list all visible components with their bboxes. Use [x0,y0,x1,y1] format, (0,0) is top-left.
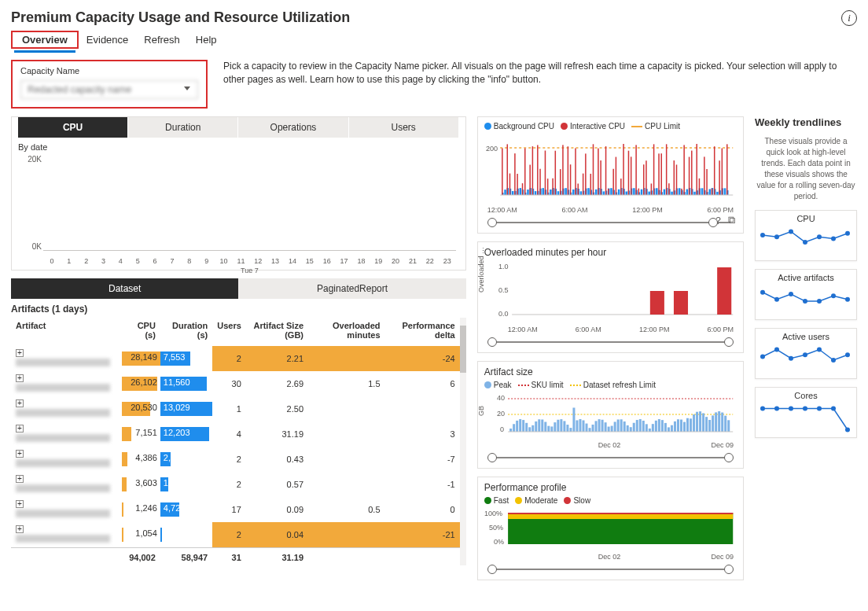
svg-rect-93 [638,189,639,195]
expand-icon[interactable] [16,425,24,432]
svg-rect-138 [706,169,708,195]
svg-rect-151 [726,144,728,195]
table-row[interactable]: 20,53013,02912.50 [11,396,460,421]
svg-rect-128 [691,151,693,195]
svg-rect-83 [623,144,624,195]
table-row[interactable]: 7,15112,203431.193 [11,421,460,447]
table-row[interactable]: 3,6031,93420.57-1 [11,472,460,497]
expand-icon[interactable] [16,450,24,458]
svg-rect-46 [567,146,568,195]
spark-card[interactable]: CPU [755,210,857,261]
overload-range-slider[interactable] [484,337,737,348]
table-row[interactable]: 28,1497,55322.21-24 [11,346,460,371]
svg-rect-204 [632,423,634,432]
expand-icon[interactable] [16,475,24,483]
svg-rect-104 [656,188,658,195]
svg-rect-101 [650,183,652,195]
col-cpu[interactable]: CPU (s) [122,318,160,346]
help-icon[interactable]: ？ [713,214,723,228]
table-scrollbar[interactable] [460,318,466,565]
perf-range-slider[interactable] [484,564,737,575]
cpu-timeline-chart[interactable]: 200 [484,134,737,204]
metric-tab-cpu[interactable]: CPU [18,117,128,138]
svg-point-256 [760,355,765,359]
expand-icon[interactable] [16,500,24,508]
expand-icon[interactable] [16,374,24,382]
spark-card[interactable]: Active users [755,328,857,379]
svg-rect-189 [585,424,587,432]
artifact-tab-dataset[interactable]: Dataset [11,278,238,299]
metric-tab-duration[interactable]: Duration [128,117,238,138]
tab-help[interactable]: Help [188,29,225,50]
size-range-slider[interactable] [484,452,737,463]
svg-rect-74 [610,188,612,195]
svg-point-260 [817,348,822,352]
svg-rect-166 [513,424,515,432]
svg-rect-179 [554,422,556,432]
spark-card[interactable]: Cores [755,387,857,438]
tab-refresh[interactable]: Refresh [136,29,188,50]
copy-icon[interactable]: ⧉ [728,214,735,228]
metric-tabs: CPU Duration Operations Users [18,117,459,138]
table-row[interactable]: 1,2464,728170.090.50 [11,497,460,522]
table-row[interactable]: 4,3862,50720.43-7 [11,447,460,472]
performance-title: Performance profile [484,482,737,493]
svg-rect-231 [718,411,720,432]
col-artifact[interactable]: Artifact [11,318,122,346]
expand-icon[interactable] [16,399,24,407]
table-row[interactable]: 1,05448020.04-21 [11,522,460,548]
overload-chart[interactable]: Overloaded … 1.0 0.5 0.0 [484,261,737,324]
svg-rect-168 [519,419,521,432]
col-perf[interactable]: Performance delta [385,318,460,346]
svg-rect-78 [615,157,616,195]
tab-highlight: Overview [11,31,79,49]
performance-card: Performance profile Fast Moderate Slow 1… [477,477,744,580]
svg-rect-14 [519,188,521,195]
svg-rect-88 [631,156,632,195]
chevron-down-icon [184,86,190,90]
table-row[interactable]: 26,10211,560302.691.56 [11,371,460,396]
svg-rect-136 [704,156,705,195]
svg-point-258 [789,356,793,361]
svg-rect-123 [683,145,685,195]
metric-tab-operations[interactable]: Operations [238,117,348,138]
svg-rect-217 [674,421,676,432]
svg-rect-68 [600,160,601,195]
tab-overview[interactable]: Overview [14,29,75,53]
tab-evidence[interactable]: Evidence [79,29,136,50]
svg-point-257 [774,348,779,352]
svg-point-261 [831,358,836,363]
col-users[interactable]: Users [212,318,246,346]
col-overloaded[interactable]: Overloaded minutes [308,318,385,346]
metric-tab-users[interactable]: Users [349,117,459,138]
expand-icon[interactable] [16,349,24,357]
by-date-chart[interactable]: 20K0K Tue 701234567891011121314151617181… [18,155,459,265]
capacity-select[interactable]: Redacted capacity name [20,80,198,99]
svg-point-266 [803,407,807,411]
spark-card[interactable]: Active artifacts [755,269,857,320]
svg-rect-84 [625,191,627,195]
info-icon[interactable]: i [841,10,857,26]
svg-point-248 [845,231,850,236]
svg-point-252 [803,299,807,304]
svg-rect-210 [652,424,654,432]
svg-rect-224 [696,412,698,432]
svg-rect-169 [522,420,524,432]
svg-rect-182 [563,421,565,432]
artifact-size-chart[interactable]: GB 40 20 0 [484,392,737,440]
col-duration[interactable]: Duration (s) [160,318,212,346]
svg-point-255 [845,297,850,302]
svg-rect-225 [699,411,701,432]
expand-icon[interactable] [16,525,24,533]
cpu-range-slider[interactable]: ？⧉ [484,217,737,228]
cpu-timeline-card: Background CPU Interactive CPU CPU Limit… [477,116,744,234]
svg-rect-228 [708,420,711,432]
performance-chart[interactable]: 100% 50% 0% [484,508,737,551]
col-size[interactable]: Artifact Size (GB) [246,318,308,346]
svg-point-247 [831,237,836,241]
svg-rect-106 [658,153,660,195]
svg-rect-233 [724,416,726,432]
svg-rect-158 [674,291,688,315]
svg-point-244 [789,230,793,234]
artifact-tab-paginated[interactable]: PaginatedReport [238,278,465,299]
